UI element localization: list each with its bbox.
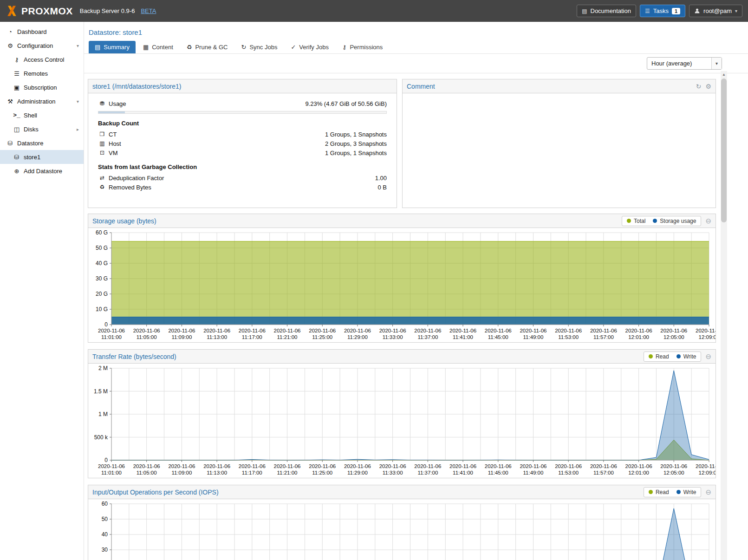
svg-text:2020-11-06: 2020-11-06 (309, 463, 336, 469)
sidebar-item-label: Disks (24, 126, 39, 133)
tab-label: Sync Jobs (249, 44, 277, 51)
chevron-down-icon[interactable]: ▾ (77, 43, 79, 48)
legend-item-read[interactable]: Read (649, 489, 669, 495)
sidebar-item-access-control[interactable]: ⚷ Access Control (0, 52, 84, 66)
proxmox-logo-icon (6, 5, 18, 17)
legend-item-read[interactable]: Read (649, 353, 669, 360)
legend-item-total[interactable]: Total (627, 218, 645, 224)
legend-dot (653, 219, 657, 223)
svg-text:2020-11-06: 2020-11-06 (239, 463, 266, 469)
vertical-scrollbar[interactable]: ▲ (721, 71, 727, 560)
legend-item-write[interactable]: Write (676, 489, 696, 495)
tab-summary[interactable]: ▤ Summary (89, 41, 136, 53)
svg-text:11:17:00: 11:17:00 (242, 470, 262, 475)
svg-text:2020-11-06: 2020-11-06 (274, 328, 301, 333)
user-menu-button[interactable]: root@pam ▾ (689, 5, 742, 17)
sidebar-item-shell[interactable]: >_ Shell (0, 108, 84, 122)
svg-text:11:33:00: 11:33:00 (383, 470, 403, 475)
tasks-button[interactable]: ☰ Tasks 1 (640, 5, 685, 17)
tab-sync-jobs[interactable]: ↻ Sync Jobs (235, 41, 284, 53)
documentation-button[interactable]: ▤ Documentation (577, 5, 636, 17)
comment-panel-body[interactable] (403, 93, 715, 208)
svg-text:11:17:00: 11:17:00 (242, 334, 262, 340)
summary-panel-header: store1 (/mnt/datastores/store1) (88, 79, 397, 93)
svg-text:1 M: 1 M (98, 411, 108, 417)
tasks-list-icon: ☰ (645, 8, 650, 14)
sidebar-item-datastore[interactable]: ⛁ Datastore (0, 136, 84, 150)
tab-content[interactable]: ▦ Content (137, 41, 179, 53)
collapse-icon[interactable]: ⊖ (705, 488, 711, 496)
sidebar-item-label: Dashboard (17, 28, 47, 35)
topbar-actions: ▤ Documentation ☰ Tasks 1 root@pam ▾ (577, 5, 742, 17)
svg-text:11:53:00: 11:53:00 (558, 470, 579, 475)
svg-text:12:09:00: 12:09:00 (699, 334, 715, 340)
collapse-icon[interactable]: ⊖ (705, 352, 711, 361)
tasks-button-label: Tasks (653, 7, 669, 14)
timeframe-select[interactable]: Hour (average) ▾ (647, 57, 722, 70)
row-value: 1 Groups, 1 Snapshots (325, 150, 387, 156)
beta-link[interactable]: BETA (141, 7, 156, 14)
scroll-up-button[interactable]: ▲ (721, 71, 727, 78)
legend-item-write[interactable]: Write (676, 353, 696, 360)
svg-text:12:01:00: 12:01:00 (628, 334, 649, 340)
svg-text:2020-11-06: 2020-11-06 (449, 328, 476, 333)
backup-count-row-vm: ⊡ VM 1 Groups, 1 Snapshots (98, 148, 387, 157)
scrollbar-thumb[interactable] (721, 78, 727, 222)
svg-text:1.5 M: 1.5 M (94, 388, 108, 395)
sidebar-item-dashboard[interactable]: ◔ Dashboard (0, 25, 84, 39)
datastore-summary-panel: store1 (/mnt/datastores/store1) ⛃ Usage … (88, 79, 397, 208)
collapse-icon[interactable]: ⊖ (705, 217, 711, 225)
sidebar-item-configuration[interactable]: ⚙ Configuration ▾ (0, 39, 84, 52)
sidebar-item-administration[interactable]: ⚒ Administration ▾ (0, 94, 84, 108)
svg-text:11:57:00: 11:57:00 (593, 334, 614, 340)
cube-icon: ❒ (98, 131, 106, 137)
legend-dot (649, 354, 653, 358)
svg-text:2020-11-06: 2020-11-06 (203, 328, 230, 333)
sync-icon: ↻ (241, 44, 247, 51)
sidebar-item-remotes[interactable]: ☰ Remotes (0, 66, 84, 80)
svg-text:30 G: 30 G (96, 275, 108, 282)
svg-text:11:05:00: 11:05:00 (137, 470, 157, 475)
legend-item-storage-usage[interactable]: Storage usage (653, 218, 696, 224)
sidebar-item-label: Add Datastore (24, 168, 62, 175)
refresh-icon[interactable]: ↻ (696, 83, 702, 90)
usage-progress-bar (98, 111, 387, 114)
svg-text:11:09:00: 11:09:00 (171, 470, 192, 475)
backup-count-title: Backup Count (98, 120, 387, 127)
sidebar-item-add-datastore[interactable]: ⊕ Add Datastore (0, 164, 84, 178)
svg-text:11:25:00: 11:25:00 (312, 334, 332, 340)
grid-icon: ▦ (143, 44, 149, 51)
tab-prune-gc[interactable]: ♻ Prune & GC (181, 41, 234, 53)
sidebar-item-label: Subscription (24, 84, 57, 91)
summary-panel-title: store1 (/mnt/datastores/store1) (92, 83, 181, 90)
tab-label: Summary (104, 44, 130, 51)
comment-panel: Comment ↻ ⚙ (402, 79, 716, 208)
sidebar: ◔ Dashboard ⚙ Configuration ▾ ⚷ Access C… (0, 22, 84, 560)
svg-text:2020-11-06: 2020-11-06 (625, 328, 652, 333)
check-circle-icon: ✓ (291, 44, 296, 51)
sidebar-item-disks[interactable]: ◫ Disks ▸ (0, 122, 84, 136)
tab-label: Permissions (350, 44, 383, 51)
tab-permissions[interactable]: ⚷ Permissions (336, 41, 389, 53)
gc-stats-title: Stats from last Garbage Collection (98, 163, 387, 170)
chevron-right-icon[interactable]: ▸ (77, 127, 79, 132)
svg-text:2020-11-06: 2020-11-06 (555, 328, 582, 333)
chevron-down-icon[interactable]: ▾ (77, 99, 79, 104)
tab-verify-jobs[interactable]: ✓ Verify Jobs (285, 41, 335, 53)
usage-value: 9.23% (4.67 GiB of 50.56 GiB) (305, 100, 387, 107)
svg-text:2020-11-06: 2020-11-06 (379, 463, 406, 469)
row-value: 1.00 (375, 175, 387, 182)
svg-text:12:05:00: 12:05:00 (663, 334, 684, 340)
sidebar-item-subscription[interactable]: ▣ Subscription (0, 80, 84, 94)
storage-usage-header: Storage usage (bytes) Total Storage usag… (88, 214, 715, 228)
compress-arrows-icon: ⇄ (98, 175, 106, 181)
svg-text:2020-11-06: 2020-11-06 (168, 328, 195, 333)
comment-panel-header: Comment ↻ ⚙ (403, 79, 715, 93)
svg-text:2020-11-06: 2020-11-06 (485, 328, 512, 333)
legend-dot (676, 354, 681, 358)
svg-text:2020-11-06: 2020-11-06 (133, 463, 160, 469)
svg-text:2 M: 2 M (98, 365, 108, 371)
gear-icon[interactable]: ⚙ (705, 83, 711, 90)
svg-text:2020-11-06: 2020-11-06 (344, 328, 371, 333)
sidebar-item-store1[interactable]: ⛁ store1 (0, 150, 84, 164)
